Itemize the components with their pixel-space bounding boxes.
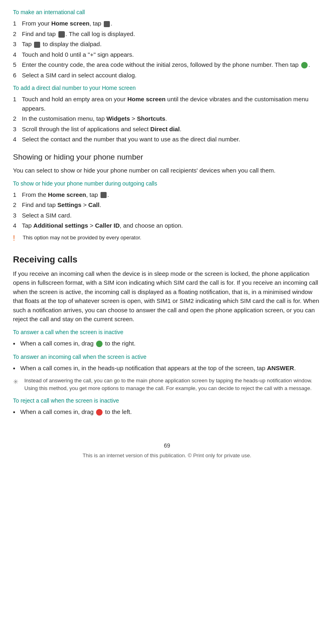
step-item: 2 Find and tap . The call log is display…	[13, 30, 321, 39]
step-item: 4 Select the contact and the number that…	[13, 135, 321, 144]
show-hide-heading: To show or hide your phone number during…	[13, 179, 321, 188]
note-block: ! This option may not be provided by eve…	[13, 234, 321, 244]
answer-inactive-heading: To answer a call when the screen is inac…	[13, 328, 321, 337]
show-hide-steps: 1 From the Home screen, tap . 2 Find and…	[13, 190, 321, 230]
reject-inactive-heading: To reject a call when the screen is inac…	[13, 397, 321, 405]
step-item: 4 Touch and hold 0 until a "+" sign appe…	[13, 50, 321, 60]
receiving-calls-heading: Receiving calls	[13, 253, 321, 266]
direct-dial-section: To add a direct dial number to your Home…	[13, 84, 321, 144]
step-item: 1 Touch and hold an empty area on your H…	[13, 95, 321, 113]
step-item: 3 Scroll through the list of application…	[13, 125, 321, 134]
bullet-item: • When a call comes in, in the heads-up …	[13, 364, 321, 373]
dialpad-icon	[101, 192, 107, 198]
reject-inactive-list: • When a call comes in, drag to the left…	[13, 407, 321, 417]
direct-dial-heading: To add a direct dial number to your Home…	[13, 84, 321, 92]
note-text: This option may not be provided by every…	[23, 234, 141, 242]
receiving-calls-body: If you receive an incoming call when the…	[13, 269, 321, 324]
phone-icon	[58, 31, 65, 38]
tip-text: Instead of answering the call, you can g…	[24, 377, 321, 392]
step-item: 6 Select a SIM card in select account di…	[13, 71, 321, 80]
answer-active-list: • When a call comes in, in the heads-up …	[13, 364, 321, 373]
tip-icon: ✳	[13, 377, 24, 387]
bullet-item: • When a call comes in, drag to the righ…	[13, 339, 321, 349]
red-drag-icon	[96, 409, 103, 416]
dialpad-icon	[104, 21, 110, 27]
showing-hiding-main-heading: Showing or hiding your phone number	[13, 151, 321, 163]
step-item: 3 Select a SIM card.	[13, 211, 321, 220]
intl-call-steps: 1 From your Home screen, tap . 2 Find an…	[13, 19, 321, 80]
showing-hiding-body: You can select to show or hide your phon…	[13, 166, 321, 175]
receiving-calls-section: Receiving calls If you receive an incomi…	[13, 253, 321, 417]
footer-text: This is an internet version of this publ…	[13, 452, 321, 460]
step-item: 3 Tap to display the dialpad.	[13, 40, 321, 49]
step-item: 4 Tap Additional settings > Caller ID, a…	[13, 221, 321, 230]
bullet-item: • When a call comes in, drag to the left…	[13, 407, 321, 417]
step-item: 2 Find and tap Settings > Call.	[13, 200, 321, 210]
direct-dial-steps: 1 Touch and hold an empty area on your H…	[13, 95, 321, 144]
tip-block: ✳ Instead of answering the call, you can…	[13, 377, 321, 392]
intl-call-heading: To make an international call	[13, 8, 321, 17]
step-item: 1 From the Home screen, tap .	[13, 190, 321, 200]
answer-active-heading: To answer an incoming call when the scre…	[13, 353, 321, 361]
page-number: 69	[13, 441, 321, 450]
step-item: 2 In the customisation menu, tap Widgets…	[13, 114, 321, 124]
step-item: 5 Enter the country code, the area code …	[13, 60, 321, 70]
green-drag-icon	[96, 341, 103, 347]
intl-call-section: To make an international call 1 From you…	[13, 8, 321, 80]
page-footer: 69 This is an internet version of this p…	[13, 441, 321, 460]
answer-inactive-list: • When a call comes in, drag to the righ…	[13, 339, 321, 349]
green-call-icon	[301, 62, 308, 68]
showing-hiding-section: Showing or hiding your phone number You …	[13, 151, 321, 244]
step-item: 1 From your Home screen, tap .	[13, 19, 321, 28]
exclamation-icon: !	[13, 233, 23, 244]
dialpad-icon	[34, 42, 40, 48]
